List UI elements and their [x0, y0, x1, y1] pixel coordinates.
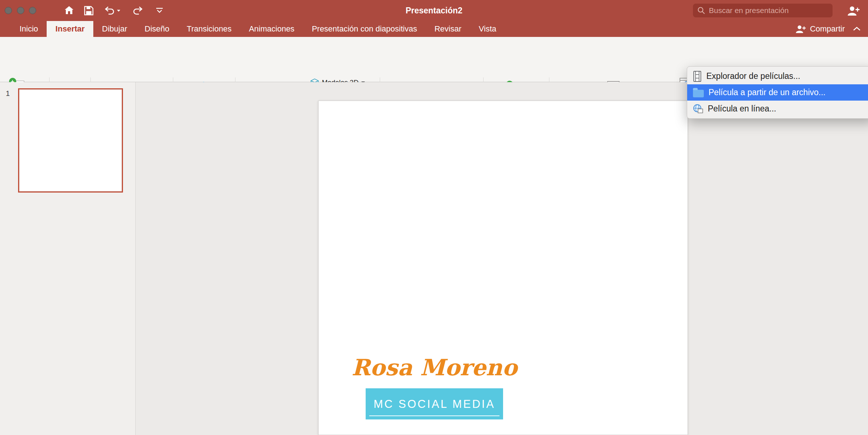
folder-icon: [693, 90, 704, 97]
tab-vista[interactable]: Vista: [470, 21, 505, 37]
menu-item-label: Explorador de películas...: [706, 71, 800, 81]
tab-presentacion-con-diapositivas[interactable]: Presentación con diapositivas: [303, 21, 426, 37]
menu-item-label: Película en línea...: [708, 104, 776, 114]
search-input[interactable]: [709, 6, 833, 15]
tab-dibujar[interactable]: Dibujar: [93, 21, 136, 37]
menu-item-movie-browser[interactable]: Explorador de películas...: [687, 68, 868, 84]
tab-revisar[interactable]: Revisar: [426, 21, 470, 37]
tab-diseno[interactable]: Diseño: [136, 21, 178, 37]
video-dropdown-menu: Explorador de películas... Película a pa…: [687, 66, 868, 119]
slide-number: 1: [6, 89, 10, 98]
slide-thumbnail-panel: 1: [0, 82, 136, 435]
share-label: Compartir: [810, 24, 845, 34]
menu-item-online-movie[interactable]: Película en línea...: [687, 101, 868, 117]
search-box[interactable]: [693, 4, 833, 17]
editing-area: Rosa Moreno MC SOCIAL MEDIA: [136, 82, 868, 435]
tab-inicio[interactable]: Inicio: [11, 21, 47, 37]
online-video-icon: [693, 104, 703, 114]
share-person-icon[interactable]: [847, 5, 860, 16]
ribbon-tab-bar: Inicio Insertar Dibujar Diseño Transicio…: [0, 21, 868, 37]
logo-banner[interactable]: MC SOCIAL MEDIA: [366, 388, 503, 419]
menu-item-label: Película a partir de un archivo...: [709, 88, 825, 97]
menu-item-movie-from-file[interactable]: Película a partir de un archivo...: [687, 84, 868, 101]
tab-insertar[interactable]: Insertar: [47, 21, 93, 37]
logo-banner-text: MC SOCIAL MEDIA: [374, 398, 495, 411]
title-bar: Presentación2: [0, 0, 868, 21]
slide-canvas[interactable]: Rosa Moreno MC SOCIAL MEDIA: [318, 101, 688, 435]
workspace: 1 Rosa Moreno MC SOCIAL MEDIA: [0, 82, 868, 435]
search-icon: [697, 7, 705, 14]
tab-animaciones[interactable]: Animaciones: [240, 21, 303, 37]
share-person-small-icon: [795, 24, 806, 34]
powerpoint-window: Presentación2 Inicio Insertar Dibujar Di…: [0, 0, 868, 435]
logo-script-text[interactable]: Rosa Moreno: [340, 354, 528, 381]
collapse-ribbon-icon[interactable]: [853, 26, 861, 33]
slide-thumbnail[interactable]: [18, 88, 123, 193]
film-icon: [693, 71, 702, 82]
tab-transiciones[interactable]: Transiciones: [178, 21, 240, 37]
share-button[interactable]: Compartir: [795, 21, 845, 37]
